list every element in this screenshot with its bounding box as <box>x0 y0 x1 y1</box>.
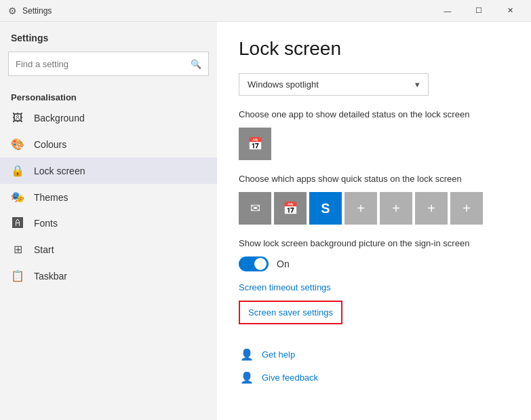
sidebar-label-lockscreen: Lock screen <box>34 166 85 176</box>
add-app-icon-4[interactable]: + <box>450 192 483 225</box>
minimize-button[interactable]: — <box>432 0 463 22</box>
give-feedback-text: Give feedback <box>262 373 318 383</box>
toggle-state-label: On <box>277 259 290 269</box>
toggle-row: On <box>239 256 509 271</box>
add-app-icon-2[interactable]: + <box>380 192 412 225</box>
title-bar: ⚙ Settings — ☐ ✕ <box>0 0 531 22</box>
colours-icon: 🎨 <box>11 138 24 151</box>
background-icon: 🖼 <box>11 112 24 124</box>
sidebar-header: Settings <box>0 27 217 52</box>
skype-app-icon[interactable]: S <box>309 192 342 225</box>
taskbar-icon: 📋 <box>11 269 24 282</box>
search-input[interactable] <box>16 59 191 69</box>
title-bar-left: ⚙ Settings <box>8 5 52 16</box>
quick-status-label: Choose which apps show quick status on t… <box>239 174 509 184</box>
section-label: Personalisation <box>0 87 217 105</box>
lockscreen-icon: 🔒 <box>11 164 24 177</box>
calendar-app-icon[interactable]: 📅 <box>239 128 271 160</box>
sidebar-item-start[interactable]: ⊞ Start <box>0 236 217 263</box>
search-icon[interactable]: 🔍 <box>191 59 201 69</box>
screen-saver-box: Screen saver settings <box>239 301 342 324</box>
give-feedback-icon: 👤 <box>239 369 255 385</box>
start-icon: ⊞ <box>11 243 24 256</box>
page-title: Lock screen <box>239 38 509 60</box>
mail-app-icon[interactable]: ✉ <box>239 192 271 225</box>
sidebar-item-background[interactable]: 🖼 Background <box>0 105 217 131</box>
calendar-app-icon-2[interactable]: 📅 <box>274 192 307 225</box>
sidebar-label-start: Start <box>34 244 54 255</box>
close-button[interactable]: ✕ <box>494 0 526 22</box>
quick-status-icons-row: ✉ 📅 S + + + + <box>239 192 509 225</box>
add-app-icon-1[interactable]: + <box>345 192 377 225</box>
sign-in-label: Show lock screen background picture on t… <box>239 238 509 248</box>
sidebar-label-taskbar: Taskbar <box>34 271 67 282</box>
title-bar-controls: — ☐ ✕ <box>432 0 526 22</box>
detailed-status-label: Choose one app to show detailed status o… <box>239 109 509 119</box>
app-body: Settings 🔍 Personalisation 🖼 Background … <box>0 22 531 420</box>
background-type-dropdown[interactable]: Windows spotlight ▾ <box>239 73 429 96</box>
sidebar-item-lockscreen[interactable]: 🔒 Lock screen <box>0 157 217 184</box>
search-box[interactable]: 🔍 <box>8 52 209 76</box>
maximize-button[interactable]: ☐ <box>463 0 494 22</box>
get-help-row[interactable]: 👤 Get help <box>239 346 509 362</box>
title-bar-title: Settings <box>22 6 52 16</box>
give-feedback-row[interactable]: 👤 Give feedback <box>239 369 509 385</box>
screen-saver-link[interactable]: Screen saver settings <box>248 307 333 318</box>
content-area: Lock screen Windows spotlight ▾ Choose o… <box>217 22 531 420</box>
get-help-text: Get help <box>262 349 295 360</box>
sidebar: Settings 🔍 Personalisation 🖼 Background … <box>0 22 217 420</box>
screen-timeout-link[interactable]: Screen timeout settings <box>239 282 509 292</box>
sidebar-item-fonts[interactable]: 🅰 Fonts <box>0 210 217 236</box>
chevron-down-icon: ▾ <box>415 79 420 90</box>
sidebar-label-background: Background <box>34 113 85 123</box>
settings-icon: ⚙ <box>8 5 17 16</box>
toggle-knob <box>254 258 267 270</box>
dropdown-row: Windows spotlight ▾ <box>239 73 509 96</box>
sidebar-label-fonts: Fonts <box>34 218 58 229</box>
dropdown-value: Windows spotlight <box>248 79 319 90</box>
add-app-icon-3[interactable]: + <box>415 192 448 225</box>
sign-in-toggle[interactable] <box>239 256 269 271</box>
get-help-icon: 👤 <box>239 346 255 362</box>
detailed-status-icons: 📅 <box>239 128 509 160</box>
sidebar-label-colours: Colours <box>34 139 66 150</box>
themes-icon: 🎭 <box>11 191 24 204</box>
sidebar-item-themes[interactable]: 🎭 Themes <box>0 184 217 210</box>
sidebar-label-themes: Themes <box>34 192 68 203</box>
sidebar-item-taskbar[interactable]: 📋 Taskbar <box>0 263 217 289</box>
fonts-icon: 🅰 <box>11 217 24 229</box>
sidebar-item-colours[interactable]: 🎨 Colours <box>0 131 217 157</box>
